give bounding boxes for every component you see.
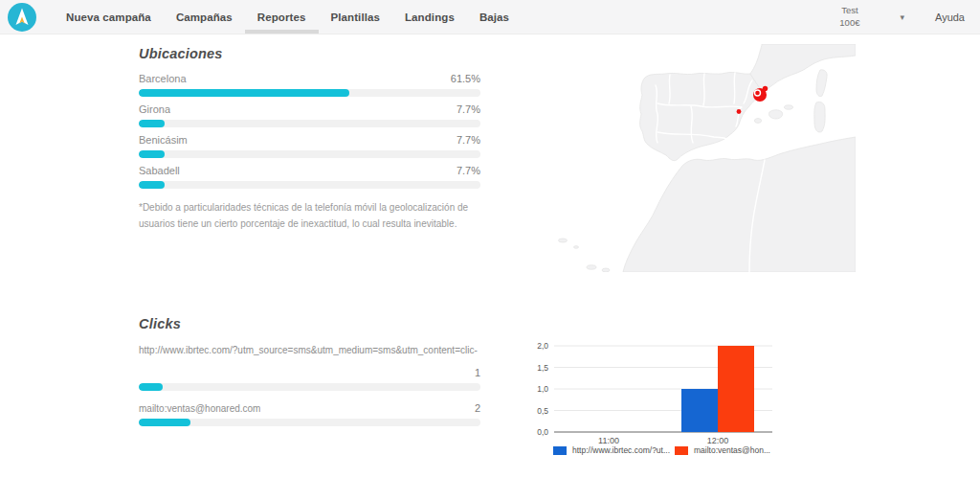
legend-swatch-icon: [675, 446, 688, 455]
account-balance: 100€: [839, 17, 859, 30]
paper-plane-icon: [8, 3, 36, 32]
clicks-title: Clicks: [139, 316, 480, 331]
chart-ytick-label: 1,5: [537, 363, 548, 373]
report-left-column: Ubicaciones Barcelona 61.5% Girona 7.7% …: [139, 46, 480, 438]
map-sardinia: [814, 102, 825, 132]
bar-track: [139, 181, 480, 189]
nav-item-reportes[interactable]: Reportes: [245, 0, 319, 34]
bar-row-head: Barcelona 61.5%: [139, 73, 480, 84]
map-canary-2: [602, 268, 610, 272]
ubicaciones-title: Ubicaciones: [139, 46, 480, 61]
clicks-chart: 0,00,51,01,52,011:0012:00 http://www.ibr…: [531, 330, 847, 474]
bar-row-value: 7.7%: [457, 134, 480, 146]
map-madeira: [559, 239, 568, 242]
nav-item-campañas[interactable]: Campañas: [164, 0, 245, 34]
map-islet: [574, 246, 579, 249]
legend-label: http://www.ibrtec.com/?ut...: [572, 445, 670, 455]
bar-track: [139, 120, 480, 127]
chart-ytick-label: 0,5: [537, 406, 548, 416]
legend-label: mailto:ventas@hon...: [694, 445, 770, 455]
bar-fill: [139, 89, 349, 97]
ubicaciones-section: Ubicaciones Barcelona 61.5% Girona 7.7% …: [139, 46, 480, 232]
account-name: Test: [839, 5, 859, 17]
bar-row-value: 7.7%: [457, 103, 480, 115]
bar-row-value: 7.7%: [457, 165, 480, 176]
map-marker: [737, 109, 742, 114]
bar-track: [139, 419, 480, 426]
bar-row: mailto:ventas@honared.com 2: [139, 402, 480, 426]
chart-legend-item: mailto:ventas@hon...: [675, 445, 770, 455]
chart-bar: [718, 346, 754, 432]
bar-row-label: http://www.ibrtec.com/?utm_source=sms&ut…: [139, 345, 478, 355]
ubicaciones-rows: Barcelona 61.5% Girona 7.7% Benicásim 7.…: [139, 73, 480, 189]
map-france: [750, 44, 856, 92]
chart-ytick-label: 1,0: [537, 384, 548, 394]
bar-row-label: Barcelona: [139, 73, 187, 84]
bar-row-head: Girona 7.7%: [139, 103, 480, 115]
bar-row-label: Benicásim: [139, 134, 188, 146]
chart-ytick-label: 2,0: [537, 341, 548, 351]
chart-bar: [681, 389, 718, 432]
spain-map-svg: [532, 44, 856, 272]
bar-row-head: http://www.ibrtec.com/?utm_source=sms&ut…: [139, 345, 480, 378]
map-marker: [763, 86, 768, 91]
header-right: Test 100€ ▾ Ayuda: [839, 0, 980, 34]
clicks-section: Clicks http://www.ibrtec.com/?utm_source…: [139, 316, 480, 426]
bar-row-label: mailto:ventas@honared.com: [139, 403, 260, 414]
main-nav: Nueva campañaCampañasReportesPlantillasL…: [54, 0, 522, 34]
bar-fill: [139, 181, 165, 189]
bar-row: Barcelona 61.5%: [139, 73, 480, 97]
help-link[interactable]: Ayuda: [935, 11, 965, 23]
map-menorca: [785, 105, 793, 109]
map-ibiza: [754, 119, 761, 124]
bar-track: [139, 150, 480, 158]
nav-item-plantillas[interactable]: Plantillas: [319, 0, 393, 34]
bar-row-head: mailto:ventas@honared.com 2: [139, 402, 480, 414]
account-selector[interactable]: Test 100€: [839, 5, 859, 30]
map-canary-1: [587, 265, 596, 269]
bar-row-value: 1: [475, 367, 480, 378]
geo-map: [532, 44, 856, 272]
bar-row-head: Sabadell 7.7%: [139, 165, 480, 176]
bar-fill: [139, 383, 163, 391]
map-corsica: [816, 70, 827, 97]
map-north-africa: [623, 137, 856, 272]
nav-item-nueva-campaña[interactable]: Nueva campaña: [54, 0, 164, 34]
chart-xtick-label: 12:00: [707, 436, 729, 445]
legend-swatch-icon: [553, 446, 567, 455]
chart-ytick-label: 0,0: [537, 427, 548, 437]
chart-legend: http://www.ibrtec.com/?ut...mailto:venta…: [531, 445, 847, 459]
clicks-rows: http://www.ibrtec.com/?utm_source=sms&ut…: [139, 345, 480, 426]
bar-row-value: 61.5%: [451, 73, 480, 84]
bar-row-label: Girona: [139, 103, 170, 115]
chart-legend-item: http://www.ibrtec.com/?ut...: [553, 445, 670, 455]
nav-item-landings[interactable]: Landings: [392, 0, 467, 34]
bar-track: [139, 89, 480, 97]
bar-row-head: Benicásim 7.7%: [139, 134, 480, 146]
bar-row: Benicásim 7.7%: [139, 134, 480, 158]
chart-xtick-label: 11:00: [598, 436, 619, 445]
map-mallorca: [768, 110, 782, 119]
chevron-down-icon[interactable]: ▾: [900, 12, 904, 22]
bar-fill: [139, 150, 165, 158]
app-logo[interactable]: [0, 0, 36, 34]
geolocation-disclaimer: *Debido a particularidades técnicas de l…: [139, 199, 480, 232]
nav-item-bajas[interactable]: Bajas: [467, 0, 522, 34]
bar-row: http://www.ibrtec.com/?utm_source=sms&ut…: [139, 345, 480, 391]
bar-row-label: Sabadell: [139, 165, 180, 176]
bar-fill: [139, 120, 165, 127]
bar-track: [139, 383, 480, 391]
bar-row: Girona 7.7%: [139, 103, 480, 127]
top-navbar: Nueva campañaCampañasReportesPlantillasL…: [0, 0, 980, 34]
bar-row: Sabadell 7.7%: [139, 165, 480, 189]
bar-fill: [139, 419, 190, 426]
bar-row-value: 2: [475, 402, 480, 414]
